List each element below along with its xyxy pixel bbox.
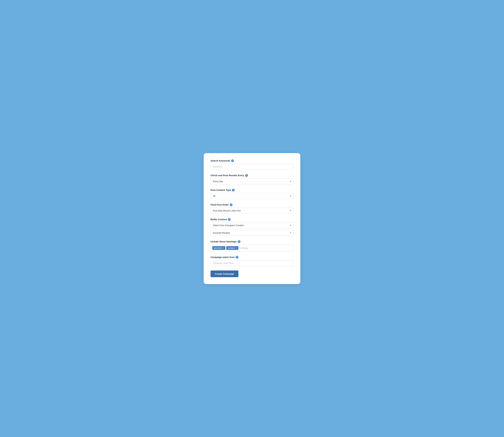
post-content-type-select-wrapper: All Articles Videos Images ▼ [210,193,294,199]
post-content-type-label: Post Content Type ? [210,189,294,191]
feed-post-order-select-wrapper: Post Most Recent Links First Post Oldest… [210,208,294,214]
buffer-content-help-icon[interactable]: ? [228,218,231,221]
campaign-starts-label: Campaign starts from ? [210,256,294,258]
feed-post-order-select[interactable]: Post Most Recent Links First Post Oldest… [210,208,294,214]
buffer-content-select2[interactable]: Gourmet Recipes Tech News Health Tips [210,230,294,236]
hashtags-help-icon[interactable]: ? [238,240,240,243]
buffer-content-select1[interactable]: Select From Evergreen Content None [210,222,294,228]
feed-post-order-help-icon[interactable]: ? [230,203,232,206]
hashtag-tag-gourmet: gourmet x [212,246,225,250]
check-post-select[interactable]: Every Hour Every 6 Hours Every 12 Hours … [210,179,294,184]
search-keywords-group: Search Keywords ? [210,159,294,170]
hashtag-remove-gourmet[interactable]: x [223,247,224,249]
post-content-type-help-icon[interactable]: ? [232,189,235,191]
buffer-content-group: Buffer Content ? Select From Evergreen C… [210,218,294,236]
campaign-starts-help-icon[interactable]: ? [236,256,238,258]
post-content-type-group: Post Content Type ? All Articles Videos … [210,189,294,199]
hashtags-input-container[interactable]: gourmet x recipes x [210,245,294,251]
feed-post-order-label: Feed Post Order ? [210,203,294,206]
buffer-content-select1-wrapper: Select From Evergreen Content None ▼ [210,222,294,228]
campaign-starts-group: Campaign starts from ? [210,256,294,266]
post-content-type-select[interactable]: All Articles Videos Images [210,193,294,199]
hashtag-tag-recipes: recipes x [226,246,238,250]
hashtag-remove-recipes[interactable]: x [236,247,237,249]
search-keywords-input[interactable] [210,164,294,170]
feed-post-order-group: Feed Post Order ? Post Most Recent Links… [210,203,294,214]
search-keywords-label: Search Keywords ? [210,159,294,162]
hashtags-text-input[interactable] [239,247,292,249]
hashtags-label: Include these Hashtags ? [210,240,294,243]
form-card: Search Keywords ? Check and Post Results… [204,153,300,284]
check-post-select-wrapper: Every Hour Every 6 Hours Every 12 Hours … [210,179,294,184]
buffer-content-label: Buffer Content ? [210,218,294,221]
campaign-start-time-input[interactable] [210,260,294,266]
buffer-content-select2-wrapper: Gourmet Recipes Tech News Health Tips ▼ [210,230,294,236]
check-post-group: Check and Post Results Every ? Every Hou… [210,174,294,184]
search-keywords-help-icon[interactable]: ? [231,159,234,162]
check-post-help-icon[interactable]: ? [245,174,248,177]
hashtags-group: Include these Hashtags ? gourmet x recip… [210,240,294,251]
create-campaign-button[interactable]: Create Campaign [210,270,238,277]
check-post-label: Check and Post Results Every ? [210,174,294,177]
